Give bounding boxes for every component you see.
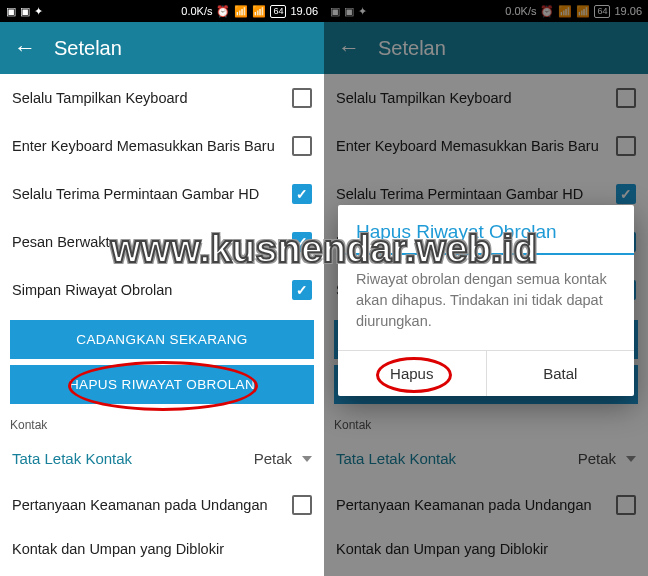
checkbox-checked[interactable] — [616, 184, 636, 204]
contact-layout-value: Petak — [578, 450, 616, 467]
checkbox[interactable] — [616, 88, 636, 108]
watermark-text: www.kusnendar.web.id — [0, 228, 648, 271]
bbm-icon: ▣ — [6, 5, 16, 18]
battery-icon: 64 — [270, 5, 286, 18]
status-bar: ▣ ▣ ✦ 0.0K/s ⏰ 📶 📶 64 19.06 — [0, 0, 324, 22]
setting-row[interactable]: Enter Keyboard Memasukkan Baris Baru — [324, 122, 648, 170]
bbm-icon: ▣ — [330, 5, 340, 18]
battery-icon: 64 — [594, 5, 610, 18]
setting-row[interactable]: Simpan Riwayat Obrolan — [0, 266, 324, 314]
dropdown-icon — [626, 456, 636, 462]
setting-label: Enter Keyboard Memasukkan Baris Baru — [12, 138, 275, 154]
section-header-umum: Umum — [0, 569, 324, 576]
bbm-icon-2: ▣ — [20, 5, 30, 18]
setting-row[interactable]: Selalu Tampilkan Keyboard — [0, 74, 324, 122]
checkbox[interactable] — [616, 136, 636, 156]
setting-row[interactable]: Kontak dan Umpan yang Diblokir — [0, 529, 324, 569]
dialog-cancel-button[interactable]: Batal — [487, 351, 635, 396]
page-title: Setelan — [378, 37, 446, 60]
setting-label: Selalu Tampilkan Keyboard — [12, 90, 187, 106]
screenshot-right: ▣ ▣ ✦ 0.0K/s ⏰ 📶 📶 64 19.06 ← Setelan Se… — [324, 0, 648, 576]
setting-label: Simpan Riwayat Obrolan — [12, 282, 172, 298]
signal-icon-2: 📶 — [252, 5, 266, 18]
net-speed: 0.0K/s — [505, 5, 536, 17]
checkbox[interactable] — [292, 136, 312, 156]
dialog-actions: Hapus Batal — [338, 350, 634, 396]
app-bar: ← Setelan — [324, 22, 648, 74]
app-bar: ← Setelan — [0, 22, 324, 74]
setting-label: Kontak dan Umpan yang Diblokir — [336, 541, 548, 557]
setting-label: Selalu Terima Permintaan Gambar HD — [336, 186, 583, 202]
contact-layout-value: Petak — [254, 450, 292, 467]
section-header-kontak: Kontak — [0, 410, 324, 436]
setting-label: Pertanyaan Keamanan pada Undangan — [336, 497, 592, 513]
signal-icon-2: 📶 — [576, 5, 590, 18]
back-icon[interactable]: ← — [14, 37, 36, 59]
checkbox[interactable] — [292, 88, 312, 108]
setting-row[interactable]: Selalu Tampilkan Keyboard — [324, 74, 648, 122]
setting-label: Pertanyaan Keamanan pada Undangan — [12, 497, 268, 513]
contact-layout-row[interactable]: Tata Letak Kontak Petak — [0, 436, 324, 481]
checkbox[interactable] — [292, 495, 312, 515]
page-title: Setelan — [54, 37, 122, 60]
clock: 19.06 — [614, 5, 642, 17]
contact-layout-label: Tata Letak Kontak — [336, 450, 456, 467]
checkbox-checked[interactable] — [292, 184, 312, 204]
alarm-icon: ⏰ — [216, 5, 230, 18]
net-speed: 0.0K/s — [181, 5, 212, 17]
clear-history-button[interactable]: HAPUS RIWAYAT OBROLAN — [10, 365, 314, 404]
setting-row[interactable]: Kontak dan Umpan yang Diblokir — [324, 529, 648, 569]
back-icon[interactable]: ← — [338, 37, 360, 59]
checkbox-checked[interactable] — [292, 280, 312, 300]
checkbox[interactable] — [616, 495, 636, 515]
screenshot-left: ▣ ▣ ✦ 0.0K/s ⏰ 📶 📶 64 19.06 ← Setelan Se… — [0, 0, 324, 576]
bbm-icon-2: ▣ — [344, 5, 354, 18]
app-icon: ✦ — [358, 5, 367, 18]
app-icon: ✦ — [34, 5, 43, 18]
contact-layout-row[interactable]: Tata Letak Kontak Petak — [324, 436, 648, 481]
settings-list: Selalu Tampilkan Keyboard Enter Keyboard… — [0, 74, 324, 576]
setting-label: Enter Keyboard Memasukkan Baris Baru — [336, 138, 599, 154]
setting-row[interactable]: Pertanyaan Keamanan pada Undangan — [324, 481, 648, 529]
section-header-umum: Umum — [324, 569, 648, 576]
signal-icon: 📶 — [234, 5, 248, 18]
clock: 19.06 — [290, 5, 318, 17]
signal-icon: 📶 — [558, 5, 572, 18]
setting-label: Selalu Terima Permintaan Gambar HD — [12, 186, 259, 202]
alarm-icon: ⏰ — [540, 5, 554, 18]
dialog-confirm-button[interactable]: Hapus — [338, 351, 487, 396]
status-bar: ▣ ▣ ✦ 0.0K/s ⏰ 📶 📶 64 19.06 — [324, 0, 648, 22]
section-header-kontak: Kontak — [324, 410, 648, 436]
setting-label: Selalu Tampilkan Keyboard — [336, 90, 511, 106]
backup-button[interactable]: CADANGKAN SEKARANG — [10, 320, 314, 359]
setting-row[interactable]: Selalu Terima Permintaan Gambar HD — [0, 170, 324, 218]
setting-row[interactable]: Pertanyaan Keamanan pada Undangan — [0, 481, 324, 529]
setting-row[interactable]: Enter Keyboard Memasukkan Baris Baru — [0, 122, 324, 170]
setting-label: Kontak dan Umpan yang Diblokir — [12, 541, 224, 557]
dropdown-icon — [302, 456, 312, 462]
contact-layout-label: Tata Letak Kontak — [12, 450, 132, 467]
